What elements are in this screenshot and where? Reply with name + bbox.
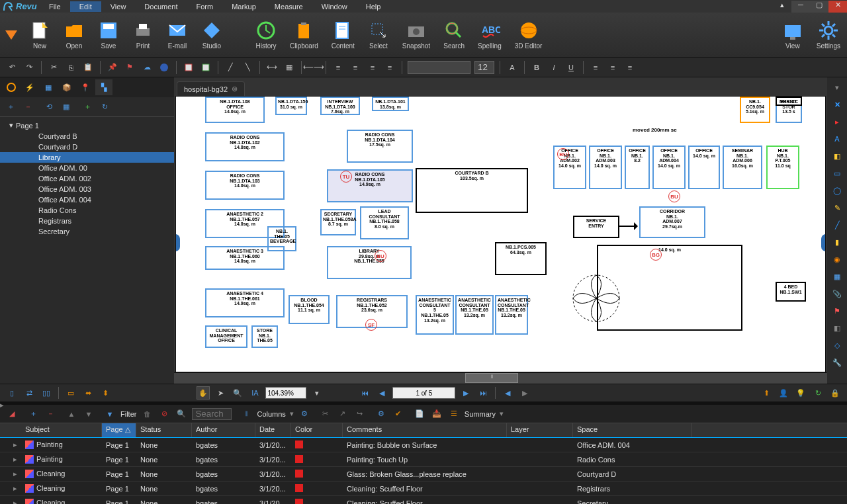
flag2-tool-icon[interactable]: ⚑ xyxy=(830,304,844,318)
grid-view-icon[interactable]: ▦ xyxy=(60,101,73,114)
tree-root[interactable]: ▾ Page 1 xyxy=(0,120,174,131)
export-icon[interactable]: 📄 xyxy=(413,407,426,421)
room[interactable]: OFFICENB.1.ADM.00314.0 sq. m xyxy=(589,146,622,189)
room[interactable]: OFFICENB.1.8.2 xyxy=(625,146,650,189)
tree-item[interactable]: Radio Cons xyxy=(0,205,174,216)
import-icon[interactable]: 📥 xyxy=(430,407,443,421)
pen-tool-icon[interactable]: ✎ xyxy=(830,200,844,215)
col-subject[interactable]: Subject xyxy=(21,423,102,437)
col-color[interactable]: Color xyxy=(291,423,343,437)
tree-item[interactable]: Office ADM. 003 xyxy=(0,184,174,194)
maximize-button[interactable]: ▢ xyxy=(810,1,828,13)
grid-icon[interactable]: ▦ xyxy=(283,61,296,74)
menu-measure[interactable]: Measure xyxy=(265,1,312,12)
down-icon[interactable]: ▼ xyxy=(82,407,95,421)
ribbon-open[interactable]: Open xyxy=(57,17,91,52)
add-space-icon[interactable]: ＋ xyxy=(4,101,17,114)
box-tool-icon[interactable]: ▭ xyxy=(830,166,844,181)
menu-view[interactable]: View xyxy=(101,1,136,12)
room[interactable]: NB.1.DTA.108OFFICE14.0sq. m xyxy=(205,97,265,123)
menu-window[interactable]: Window xyxy=(312,1,357,12)
font-size-input[interactable] xyxy=(474,61,494,74)
align-other-icon[interactable]: ≡ xyxy=(383,61,396,74)
room[interactable]: ANAESTHETICCONSULTANTNB.1.THE.0513.2sq. … xyxy=(495,295,528,335)
expand-icon[interactable]: ▸ xyxy=(13,499,17,504)
canvas[interactable]: moved 200mm se NB.1.DTA.108OFFICE14.0sq.… xyxy=(175,96,826,372)
col-date[interactable]: Date xyxy=(255,423,291,437)
tree-item[interactable]: Office ADM. 002 xyxy=(0,173,174,184)
ribbon-history[interactable]: History xyxy=(249,17,283,52)
note-tool-icon[interactable]: ◧ xyxy=(830,149,844,163)
room[interactable]: 14.0 sq. m xyxy=(597,245,742,331)
nav-fwd-icon[interactable]: ▶ xyxy=(518,386,531,399)
redo-icon[interactable]: ↷ xyxy=(22,61,36,74)
two-page-icon[interactable]: ▯▯ xyxy=(40,386,53,399)
line-icon[interactable]: ╱ xyxy=(224,61,237,74)
minimize-button[interactable]: ─ xyxy=(791,1,810,13)
col-comments[interactable]: Comments xyxy=(343,423,507,437)
room[interactable]: ANAESTHETIC 4NB.1.THE.06114.9sq. m xyxy=(205,288,285,317)
zoom-input[interactable] xyxy=(265,387,306,399)
menu-file[interactable]: File xyxy=(40,1,70,12)
align-center-icon[interactable]: ≡ xyxy=(349,61,362,74)
line2-icon[interactable]: ╲ xyxy=(241,61,254,74)
shape-tool-icon[interactable]: ◇ xyxy=(830,338,844,353)
filter-icon[interactable]: ▼ xyxy=(103,407,116,421)
fit-page-icon[interactable]: ▭ xyxy=(64,386,77,399)
tree-item[interactable]: Courtyard B xyxy=(0,131,174,142)
ribbon-view[interactable]: View xyxy=(776,17,810,52)
flag-icon[interactable]: ⚑ xyxy=(123,61,136,74)
pin-icon[interactable]: 📌 xyxy=(106,61,119,74)
ribbon-select[interactable]: Select xyxy=(361,17,396,52)
col-layer[interactable]: Layer xyxy=(507,423,573,437)
tree-item[interactable]: Office ADM. 004 xyxy=(0,194,174,205)
panel-tab-lightning[interactable]: ⚡ xyxy=(21,79,38,95)
italic-icon[interactable]: I xyxy=(547,61,560,74)
markup-row[interactable]: ▸PaintingPage 1Nonebgates3/1/20...Painti… xyxy=(0,438,847,452)
room[interactable]: LEADCONSULTANTNB.1.THE.0588.0 sq. m xyxy=(360,206,409,239)
refresh-icon[interactable]: ↻ xyxy=(98,101,111,114)
remove-markup-icon[interactable]: － xyxy=(44,407,57,421)
tree-item[interactable]: Courtyard D xyxy=(0,142,174,152)
prev-page-icon[interactable]: ◀ xyxy=(375,386,388,399)
close-button[interactable]: ✕ xyxy=(828,1,847,13)
clear-icon[interactable]: ⊘ xyxy=(157,407,171,421)
room[interactable]: SEMINARNB.1.ADM.00616.0sq. m xyxy=(723,146,762,189)
ribbon-save[interactable]: Save xyxy=(91,17,126,52)
cut-icon[interactable]: ✂ xyxy=(47,61,60,74)
room[interactable]: OFFICE14.0 sq. m xyxy=(688,146,720,189)
fit-height-icon[interactable]: ⬍ xyxy=(99,386,112,399)
text-select-icon[interactable]: IA xyxy=(248,386,261,399)
room[interactable]: NB.1.PCS.00564.3sq. m xyxy=(495,242,547,275)
ribbon-new[interactable]: New xyxy=(22,17,57,52)
remove-space-icon[interactable]: － xyxy=(21,101,34,114)
trash-icon[interactable]: 🗑 xyxy=(140,407,154,421)
text-tool-icon[interactable]: A xyxy=(830,132,844,146)
underline-icon[interactable]: U xyxy=(564,61,578,74)
tab-close-icon[interactable]: ⊗ xyxy=(232,85,238,93)
paste-icon[interactable]: 📋 xyxy=(81,61,95,74)
room[interactable]: STORENB.1.THE.05 xyxy=(251,325,278,348)
add-markup-icon[interactable]: ＋ xyxy=(26,407,40,421)
room[interactable]: LIBRARY29.8sq. mNB.1.THE.055 xyxy=(327,246,412,279)
user-icon[interactable]: 👤 xyxy=(777,386,790,399)
menu-markup[interactable]: Markup xyxy=(222,1,265,12)
col-page[interactable]: Page △ xyxy=(102,423,136,437)
expand-icon[interactable]: ▸ xyxy=(13,455,17,463)
panel-tab-box[interactable]: 📦 xyxy=(58,79,75,95)
first-page-icon[interactable]: ⏮ xyxy=(358,386,371,399)
room[interactable]: NB.1.THE.05BEVERAGE xyxy=(267,226,296,251)
arrow-tool-icon[interactable]: ➤ xyxy=(214,386,227,399)
bold-icon[interactable]: B xyxy=(530,61,543,74)
arrow-upright-icon[interactable]: ↗ xyxy=(336,407,349,421)
document-tab[interactable]: hospital-bg32 ⊗ xyxy=(177,81,245,96)
expand-icon[interactable]: ▸ xyxy=(13,441,17,448)
page-fwd-icon[interactable] xyxy=(199,61,212,74)
flag-red-icon[interactable]: ▸ xyxy=(830,114,844,129)
room[interactable]: COURTYARD B103.5sq. m xyxy=(416,168,528,213)
markup-row[interactable]: ▸CleaningPage 1Nonebgates3/1/20...Cleani… xyxy=(0,482,847,496)
menu-edit[interactable]: Edit xyxy=(70,1,101,12)
hand-tool-icon[interactable]: ✋ xyxy=(197,386,210,399)
color-tool-icon[interactable]: ◧ xyxy=(830,321,844,335)
dim-h-icon[interactable]: ⟵⟶ xyxy=(307,61,320,74)
